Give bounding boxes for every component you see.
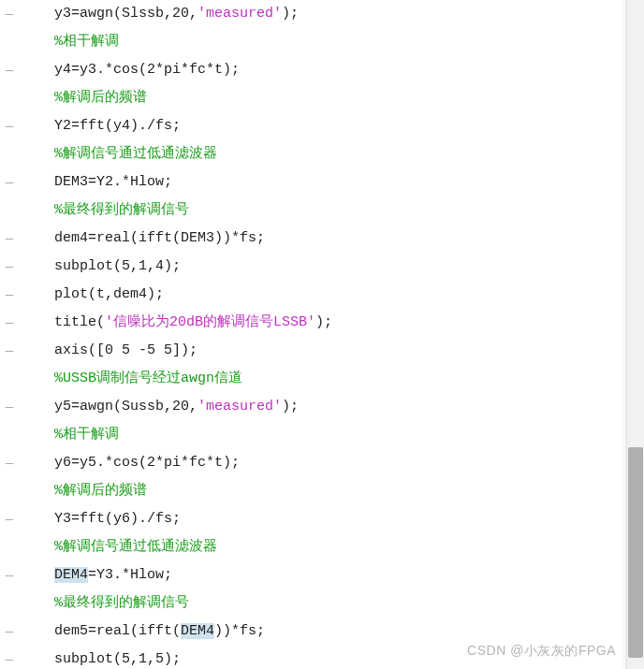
code-line[interactable]: %解调后的频谱 <box>19 84 608 112</box>
gutter-marker: — <box>0 618 19 646</box>
code-token: 'measured' <box>198 399 282 414</box>
code-token: '信噪比为20dB的解调信号LSSB' <box>105 314 315 330</box>
code-token: %解调后的频谱 <box>54 90 147 106</box>
code-token: Y3=fft(y6)./fs; <box>54 511 181 527</box>
code-line[interactable]: %解调信号通过低通滤波器 <box>19 533 608 561</box>
gutter-marker: — <box>0 56 19 84</box>
code-token: dem5=real(ifft( <box>54 623 181 639</box>
code-line[interactable]: %解调信号通过低通滤波器 <box>19 140 608 168</box>
code-token: %USSB调制信号经过awgn信道 <box>54 371 242 386</box>
code-token: ); <box>315 314 332 330</box>
gutter-marker <box>0 533 19 561</box>
gutter-marker: — <box>0 112 19 140</box>
code-line[interactable]: %最终得到的解调信号 <box>19 196 608 225</box>
gutter-marker: — <box>0 337 19 365</box>
code-token: y3=awgn(Slssb,20, <box>54 6 198 22</box>
gutter-marker: — <box>0 168 19 196</box>
code-line[interactable]: Y3=fft(y6)./fs; <box>19 505 608 533</box>
gutter-marker: — <box>0 561 19 589</box>
code-line[interactable]: dem4=real(ifft(DEM3))*fs; <box>19 225 608 253</box>
code-token: %相干解调 <box>54 427 119 443</box>
code-token: Y2=fft(y4)./fs; <box>54 118 181 134</box>
code-token: 'measured' <box>198 6 282 22</box>
code-line[interactable]: y4=y3.*cos(2*pi*fc*t); <box>19 56 608 84</box>
gutter-marker <box>0 196 19 225</box>
code-token: plot(t,dem4); <box>54 286 164 302</box>
code-token: axis([0 5 -5 5]); <box>54 342 198 358</box>
gutter-marker <box>0 421 19 449</box>
code-line[interactable]: plot(t,dem4); <box>19 281 608 309</box>
code-token: %最终得到的解调信号 <box>54 595 189 611</box>
code-area[interactable]: y3=awgn(Slssb,20,'measured');%相干解调y4=y3.… <box>19 0 608 669</box>
gutter: ——————————————— <box>0 0 19 669</box>
code-token: dem4=real(ifft(DEM3))*fs; <box>54 230 265 246</box>
code-token: ))*fs; <box>214 623 265 639</box>
code-line[interactable]: dem5=real(ifft(DEM4))*fs; <box>19 618 608 646</box>
gutter-marker: — <box>0 225 19 253</box>
code-token: %相干解调 <box>54 34 119 50</box>
code-token: %解调信号通过低通滤波器 <box>54 539 217 555</box>
code-line[interactable]: DEM4=Y3.*Hlow; <box>19 561 608 589</box>
code-token: %解调后的频谱 <box>54 483 147 499</box>
code-token: y5=awgn(Sussb,20, <box>54 399 198 414</box>
code-token: %解调信号通过低通滤波器 <box>54 146 217 162</box>
gutter-marker: — <box>0 309 19 337</box>
code-line[interactable]: axis([0 5 -5 5]); <box>19 337 608 365</box>
code-token: y4=y3.*cos(2*pi*fc*t); <box>54 62 240 78</box>
code-line[interactable]: %相干解调 <box>19 421 608 449</box>
code-editor: ——————————————— y3=awgn(Slssb,20,'measur… <box>0 0 627 669</box>
code-line[interactable]: %解调后的频谱 <box>19 477 608 505</box>
gutter-marker: — <box>0 449 19 477</box>
code-line[interactable]: %USSB调制信号经过awgn信道 <box>19 365 608 393</box>
code-token: %最终得到的解调信号 <box>54 202 189 218</box>
gutter-marker: — <box>0 393 19 421</box>
code-line[interactable]: %相干解调 <box>19 28 608 56</box>
code-line[interactable]: %最终得到的解调信号 <box>19 589 608 618</box>
scrollbar-thumb[interactable] <box>628 447 643 658</box>
code-line[interactable]: y5=awgn(Sussb,20,'measured'); <box>19 393 608 421</box>
gutter-marker <box>0 28 19 56</box>
gutter-marker: — <box>0 253 19 281</box>
code-token: =Y3.*Hlow; <box>88 567 172 583</box>
code-line[interactable]: y6=y5.*cos(2*pi*fc*t); <box>19 449 608 477</box>
code-token: DEM3=Y2.*Hlow; <box>54 174 172 190</box>
code-line[interactable]: subplot(5,1,4); <box>19 253 608 281</box>
code-line[interactable]: y3=awgn(Slssb,20,'measured'); <box>19 0 608 28</box>
gutter-marker <box>0 84 19 112</box>
code-token: y6=y5.*cos(2*pi*fc*t); <box>54 455 240 471</box>
gutter-marker: — <box>0 505 19 533</box>
gutter-marker <box>0 365 19 393</box>
gutter-marker: — <box>0 0 19 28</box>
code-token: ); <box>282 399 299 414</box>
gutter-marker: — <box>0 281 19 309</box>
scrollbar-track[interactable] <box>626 0 644 669</box>
code-line[interactable]: DEM3=Y2.*Hlow; <box>19 168 608 196</box>
gutter-marker <box>0 140 19 168</box>
code-token: DEM4 <box>54 567 88 583</box>
gutter-marker <box>0 589 19 618</box>
code-line[interactable]: subplot(5,1,5); <box>19 646 608 669</box>
code-token: DEM4 <box>181 623 214 639</box>
code-token: title( <box>54 314 105 330</box>
code-token: subplot(5,1,4); <box>54 258 181 274</box>
code-token: ); <box>282 6 299 22</box>
gutter-marker: — <box>0 646 19 669</box>
gutter-marker <box>0 477 19 505</box>
code-line[interactable]: Y2=fft(y4)./fs; <box>19 112 608 140</box>
code-line[interactable]: title('信噪比为20dB的解调信号LSSB'); <box>19 309 608 337</box>
code-token: subplot(5,1,5); <box>54 651 181 667</box>
